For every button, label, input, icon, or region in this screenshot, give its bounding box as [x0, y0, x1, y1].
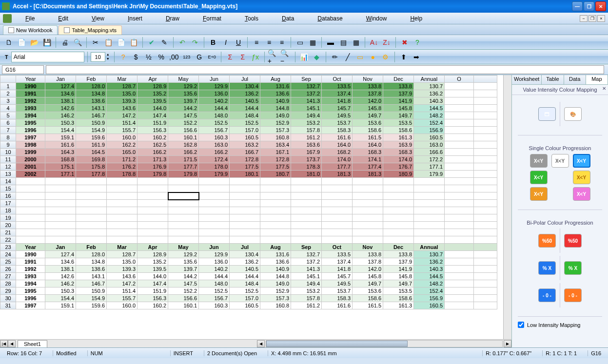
cell[interactable]: 166.7: [230, 149, 260, 156]
hscroll-right[interactable]: ▶: [504, 340, 511, 347]
border-icon[interactable]: ▦: [307, 37, 318, 48]
cell[interactable]: 160.5: [230, 302, 260, 309]
cell[interactable]: [76, 192, 107, 200]
cell[interactable]: 135.2: [137, 258, 168, 266]
cell[interactable]: 141.3: [291, 97, 322, 105]
cell[interactable]: [445, 149, 474, 156]
cell[interactable]: 166.2: [168, 149, 199, 156]
cell[interactable]: 130.4: [230, 83, 260, 90]
cell[interactable]: 136.6: [260, 90, 291, 97]
cell[interactable]: 128.7: [107, 251, 137, 258]
font-size-input[interactable]: [91, 52, 105, 62]
cell[interactable]: 145.8: [383, 105, 414, 112]
cell[interactable]: [45, 178, 76, 185]
sum-icon[interactable]: Σ: [224, 51, 236, 63]
cell[interactable]: [230, 185, 260, 192]
cell[interactable]: [445, 200, 474, 207]
cell[interactable]: 147.4: [137, 280, 168, 287]
cell[interactable]: 160.8: [260, 134, 291, 141]
cell[interactable]: [322, 236, 353, 244]
row-header[interactable]: 14: [0, 178, 16, 185]
cell[interactable]: 130.4: [230, 251, 260, 258]
cell[interactable]: [107, 214, 137, 222]
cell[interactable]: [199, 200, 230, 207]
cell[interactable]: 156.9: [414, 127, 445, 134]
col-header[interactable]: Mar: [107, 76, 137, 83]
line-icon[interactable]: ╱: [342, 51, 353, 63]
cell[interactable]: 163.6: [291, 141, 322, 149]
cell[interactable]: [474, 229, 497, 236]
cell[interactable]: [291, 229, 322, 236]
cell[interactable]: 142.0: [353, 97, 383, 105]
print-icon[interactable]: 🖨: [59, 37, 71, 48]
row-header[interactable]: 29: [0, 287, 16, 295]
cell[interactable]: [474, 163, 497, 171]
cell[interactable]: 142.6: [45, 105, 76, 112]
cell[interactable]: Jul: [230, 244, 260, 251]
cell[interactable]: 163.4: [260, 141, 291, 149]
cell[interactable]: [199, 214, 230, 222]
sidetab-map[interactable]: Map: [586, 75, 608, 84]
cell[interactable]: [445, 207, 474, 214]
cell[interactable]: 147.2: [107, 280, 137, 287]
cell[interactable]: 137.4: [322, 90, 353, 97]
cell[interactable]: 160.3: [199, 134, 230, 141]
cell[interactable]: [445, 97, 474, 105]
cell[interactable]: 152.4: [414, 287, 445, 295]
cell[interactable]: 143.6: [107, 273, 137, 280]
cell[interactable]: [322, 185, 353, 192]
cell[interactable]: 152.5: [230, 287, 260, 295]
cell[interactable]: 161.3: [383, 302, 414, 309]
cell[interactable]: Annual: [414, 244, 445, 251]
cell[interactable]: 147.5: [168, 112, 199, 119]
col-header[interactable]: Jan: [45, 76, 76, 83]
cell[interactable]: 133.8: [353, 83, 383, 90]
row-header[interactable]: 3: [0, 97, 16, 105]
cell[interactable]: [260, 200, 291, 207]
window-icon[interactable]: 🗔: [538, 107, 556, 121]
cell[interactable]: 1990: [16, 83, 45, 90]
cell[interactable]: [45, 192, 76, 200]
cell[interactable]: 134.6: [45, 258, 76, 266]
cell[interactable]: 137.4: [322, 258, 353, 266]
cell[interactable]: [474, 83, 497, 90]
cell[interactable]: 163.0: [199, 141, 230, 149]
cell[interactable]: [445, 163, 474, 171]
sidetab-worksheet[interactable]: Worksheet: [512, 75, 542, 84]
bipolar-blue-zero-icon[interactable]: - 0 -: [538, 288, 556, 302]
cell[interactable]: 127.4: [45, 83, 76, 90]
grid-icon[interactable]: ▦: [350, 37, 362, 48]
cell[interactable]: 128.9: [137, 83, 168, 90]
cell[interactable]: [16, 214, 45, 222]
cell[interactable]: 141.9: [383, 97, 414, 105]
cell[interactable]: 156.7: [199, 295, 230, 302]
cell[interactable]: 1993: [16, 105, 45, 112]
cell[interactable]: [199, 185, 230, 192]
decimal-icon[interactable]: ,00: [168, 51, 180, 63]
cell[interactable]: [76, 178, 107, 185]
cell[interactable]: [168, 192, 199, 200]
bold-icon[interactable]: B: [207, 37, 219, 48]
cell[interactable]: [383, 185, 414, 192]
cell[interactable]: [168, 214, 199, 222]
exponent-icon[interactable]: E+0: [206, 51, 218, 63]
cell[interactable]: 129.2: [168, 83, 199, 90]
cell[interactable]: [199, 178, 230, 185]
cell[interactable]: 176.2: [107, 163, 137, 171]
cell[interactable]: 166.6: [414, 149, 445, 156]
cell[interactable]: [76, 214, 107, 222]
cell[interactable]: 162.5: [137, 141, 168, 149]
cell[interactable]: 178.8: [107, 171, 137, 178]
cell[interactable]: [353, 214, 383, 222]
cell[interactable]: 144.4: [199, 273, 230, 280]
cell[interactable]: [260, 185, 291, 192]
cell[interactable]: 176.9: [137, 163, 168, 171]
cell[interactable]: [474, 105, 497, 112]
cell[interactable]: 140.9: [260, 266, 291, 273]
cell[interactable]: 180.1: [230, 171, 260, 178]
cell[interactable]: 164.0: [322, 141, 353, 149]
cell[interactable]: 149.5: [322, 280, 353, 287]
cell[interactable]: 133.5: [322, 83, 353, 90]
cell[interactable]: [45, 236, 76, 244]
cell[interactable]: [474, 112, 497, 119]
